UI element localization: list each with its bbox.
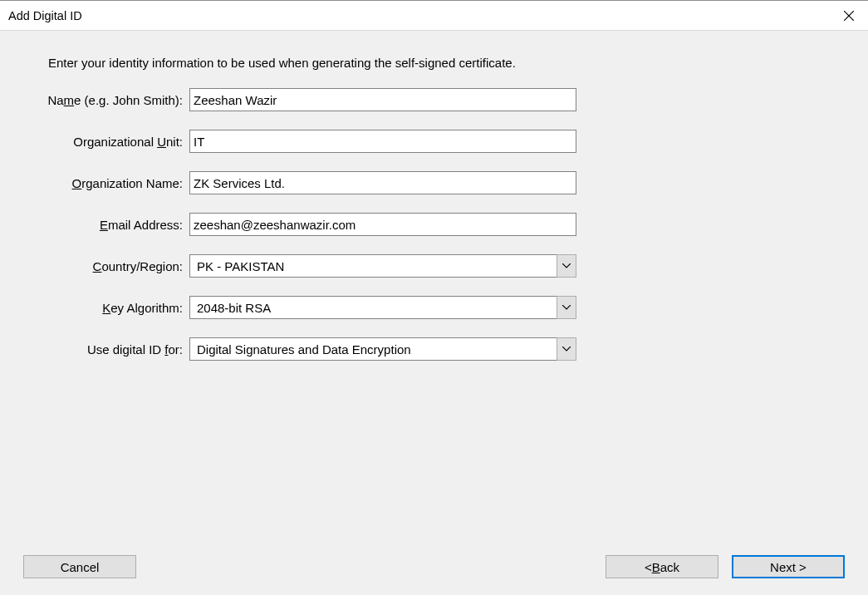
key-algorithm-dropdown-button[interactable]: [557, 296, 576, 319]
name-input[interactable]: [189, 88, 576, 111]
key-algorithm-select[interactable]: 2048-bit RSA: [189, 296, 576, 319]
chevron-down-icon: [562, 305, 571, 310]
country-dropdown-button[interactable]: [557, 254, 576, 278]
email-label: Email Address:: [42, 218, 183, 232]
use-for-select[interactable]: Digital Signatures and Data Encryption: [189, 337, 576, 361]
close-button[interactable]: [830, 1, 868, 31]
org-unit-input[interactable]: [189, 130, 576, 153]
name-label: Name (e.g. John Smith):: [42, 93, 183, 107]
org-unit-label: Organizational Unit:: [42, 135, 183, 149]
key-algorithm-value: 2048-bit RSA: [189, 296, 557, 319]
dialog-window: Add Digital ID Enter your identity infor…: [0, 0, 868, 595]
next-button[interactable]: Next >: [732, 555, 845, 578]
intro-text: Enter your identity information to be us…: [42, 56, 826, 70]
chevron-down-icon: [562, 263, 571, 268]
country-label: Country/Region:: [42, 259, 183, 273]
back-button[interactable]: < Back: [606, 555, 718, 578]
country-value: PK - PAKISTAN: [189, 254, 557, 278]
cancel-button[interactable]: Cancel: [23, 555, 136, 578]
chevron-down-icon: [562, 347, 571, 352]
close-icon: [844, 11, 854, 21]
email-input[interactable]: [189, 213, 576, 236]
use-for-value: Digital Signatures and Data Encryption: [189, 337, 557, 361]
country-select[interactable]: PK - PAKISTAN: [189, 254, 576, 278]
identity-form: Name (e.g. John Smith): Organizational U…: [42, 88, 826, 361]
use-for-label: Use digital ID for:: [42, 342, 183, 357]
titlebar: Add Digital ID: [0, 1, 868, 31]
key-algorithm-label: Key Algorithm:: [42, 301, 183, 315]
dialog-footer: Cancel < Back Next >: [0, 555, 868, 578]
dialog-content: Enter your identity information to be us…: [0, 31, 868, 595]
org-name-input[interactable]: [189, 171, 576, 194]
use-for-dropdown-button[interactable]: [557, 337, 576, 361]
org-name-label: Organization Name:: [42, 176, 183, 190]
window-title: Add Digital ID: [8, 9, 82, 22]
